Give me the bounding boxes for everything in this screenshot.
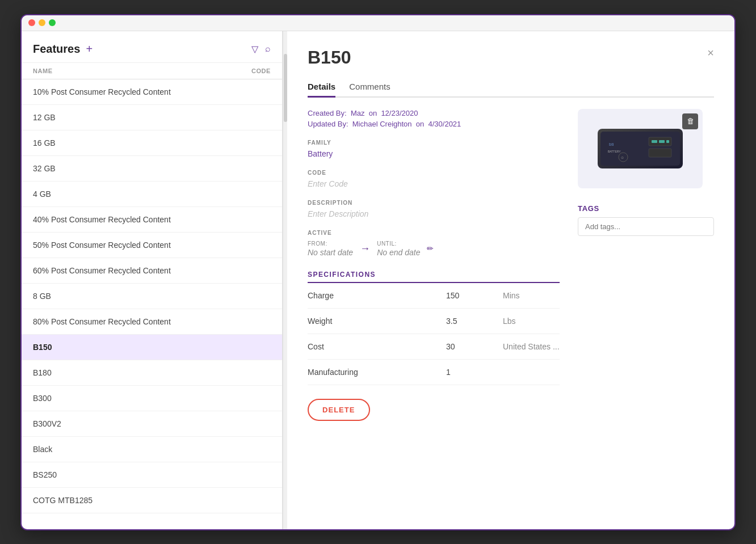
list-item[interactable]: B300V2 — [22, 411, 282, 437]
meta-updated-label: Updated By: — [308, 120, 348, 128]
list-item[interactable]: Black — [22, 437, 282, 462]
dot-yellow — [39, 19, 45, 26]
until-value: No end date — [377, 248, 420, 257]
meta-on-2: on — [416, 120, 424, 128]
list-item[interactable]: 10% Post Consumer Recycled Content — [22, 79, 282, 105]
svg-text:⊙: ⊙ — [621, 156, 624, 159]
detail-right: 🗑 bti — [578, 109, 714, 421]
description-label: DESCRIPTION — [308, 200, 560, 206]
svg-rect-6 — [659, 140, 665, 143]
delete-button[interactable]: DELETE — [308, 399, 370, 421]
detail-title: B150 — [308, 47, 351, 68]
scroll-indicator[interactable] — [283, 31, 287, 529]
spec-value: 3.5 — [446, 317, 503, 326]
svg-text:bti: bti — [609, 142, 614, 147]
family-field: FAMILY Battery — [308, 140, 560, 158]
meta-on-1: on — [369, 109, 377, 117]
code-placeholder[interactable]: Enter Code — [308, 179, 560, 188]
spec-name: Cost — [308, 342, 446, 351]
spec-value: 1 — [446, 368, 503, 377]
spec-row: Manufacturing 1 — [308, 360, 560, 385]
specs-title: SPECIFICATIONS — [308, 271, 560, 283]
from-label: FROM: — [308, 241, 353, 247]
meta-created-by: Maz — [351, 109, 365, 117]
delete-image-button[interactable]: 🗑 — [682, 113, 698, 129]
sidebar: Features + ▽ ⌕ NAME CODE 10% Post — [22, 31, 283, 529]
detail-header: B150 × — [308, 47, 714, 68]
detail-body: Created By: Maz on 12/23/2020 Updated By… — [308, 109, 714, 421]
list-item[interactable]: B150 — [22, 335, 282, 360]
list-item[interactable]: BS250 — [22, 462, 282, 488]
filter-button[interactable]: ▽ — [251, 44, 258, 54]
detail-panel: B150 × Details Comments Created By: Maz … — [287, 31, 734, 529]
battery-image: bti BATTERY ⊙ — [592, 120, 688, 177]
list-item[interactable]: 8 GB — [22, 284, 282, 309]
list-item[interactable]: B300 — [22, 386, 282, 411]
tab-details[interactable]: Details — [308, 77, 335, 98]
active-label: ACTIVE — [308, 230, 560, 236]
sidebar-title: Features — [33, 43, 80, 56]
col-header-name: NAME — [33, 68, 53, 74]
image-container: 🗑 bti — [578, 109, 703, 188]
search-icon: ⌕ — [265, 44, 271, 53]
list-item[interactable]: 12 GB — [22, 105, 282, 130]
active-section: ACTIVE FROM: No start date → UNTIL: No e… — [308, 230, 560, 257]
list-item[interactable]: 80% Post Consumer Recycled Content — [22, 309, 282, 335]
spec-unit: Lbs — [503, 317, 560, 326]
svg-text:BATTERY: BATTERY — [608, 150, 621, 153]
list-item[interactable]: B180 — [22, 360, 282, 386]
col-header-code: CODE — [251, 68, 271, 74]
add-feature-button[interactable]: + — [86, 43, 93, 54]
trash-icon: 🗑 — [687, 117, 694, 125]
family-label: FAMILY — [308, 140, 560, 146]
family-value[interactable]: Battery — [308, 149, 560, 158]
from-group: FROM: No start date — [308, 241, 353, 257]
spec-value: 150 — [446, 291, 503, 300]
from-value: No start date — [308, 248, 353, 257]
tags-input[interactable] — [578, 217, 714, 236]
meta-updated: Updated By: Michael Creighton on 4/30/20… — [308, 120, 560, 128]
sidebar-list: 10% Post Consumer Recycled Content12 GB1… — [22, 79, 282, 529]
meta-updated-date: 4/30/2021 — [429, 120, 461, 128]
list-item[interactable]: 40% Post Consumer Recycled Content — [22, 207, 282, 233]
list-item[interactable]: 50% Post Consumer Recycled Content — [22, 233, 282, 258]
sidebar-col-headers: NAME CODE — [22, 63, 282, 79]
search-button[interactable]: ⌕ — [265, 44, 271, 54]
list-item[interactable]: COTG MTB1285 — [22, 488, 282, 513]
meta-created-date: 12/23/2020 — [381, 109, 418, 117]
spec-value: 30 — [446, 342, 503, 351]
meta-created-label: Created By: — [308, 109, 347, 117]
sidebar-header: Features + ▽ ⌕ — [22, 31, 282, 63]
list-item[interactable]: 60% Post Consumer Recycled Content — [22, 258, 282, 284]
until-label: UNTIL: — [377, 241, 420, 247]
arrow-icon: → — [360, 243, 370, 255]
code-field: CODE Enter Code — [308, 170, 560, 188]
tabs: Details Comments — [308, 77, 714, 98]
spec-name: Charge — [308, 291, 446, 300]
close-button[interactable]: × — [707, 47, 714, 58]
tags-title: TAGS — [578, 204, 714, 213]
meta-updated-by: Michael Creighton — [352, 120, 412, 128]
list-item[interactable]: 32 GB — [22, 156, 282, 182]
main-content: Features + ▽ ⌕ NAME CODE 10% Post — [22, 31, 734, 529]
tags-section: TAGS — [578, 204, 714, 236]
detail-left: Created By: Maz on 12/23/2020 Updated By… — [308, 109, 560, 421]
spec-row: Charge 150 Mins — [308, 283, 560, 309]
spec-row: Weight 3.5 Lbs — [308, 309, 560, 334]
date-edit-icon[interactable]: ✏ — [427, 244, 434, 253]
dot-red — [28, 19, 35, 26]
dot-green — [49, 19, 56, 26]
description-field: DESCRIPTION Enter Description — [308, 200, 560, 218]
spec-name: Weight — [308, 317, 446, 326]
list-item[interactable]: 4 GB — [22, 182, 282, 207]
until-group: UNTIL: No end date — [377, 241, 420, 257]
tab-comments[interactable]: Comments — [349, 77, 390, 98]
svg-rect-7 — [666, 140, 669, 143]
svg-rect-5 — [652, 140, 657, 143]
description-placeholder[interactable]: Enter Description — [308, 209, 560, 218]
spec-row: Cost 30 United States ... — [308, 334, 560, 360]
filter-icon: ▽ — [251, 44, 258, 54]
svg-rect-8 — [649, 149, 671, 157]
sidebar-title-area: Features + — [33, 43, 93, 56]
list-item[interactable]: 16 GB — [22, 130, 282, 156]
